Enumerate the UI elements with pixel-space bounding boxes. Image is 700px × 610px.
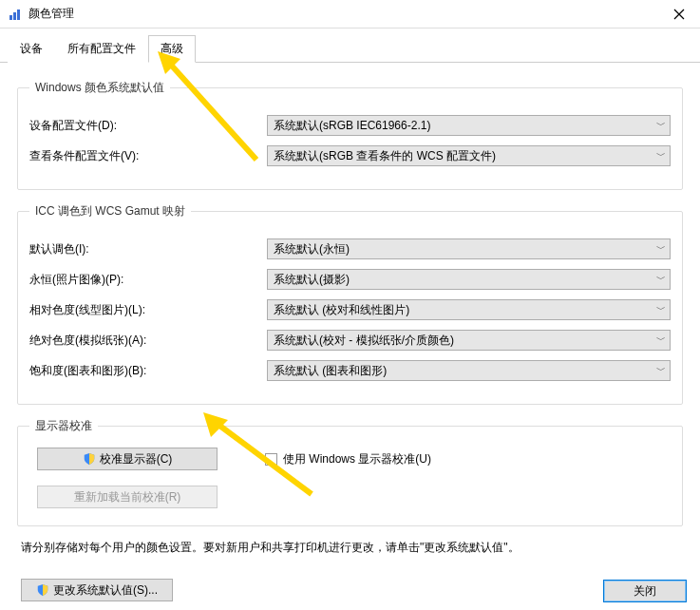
chevron-down-icon: ﹀ bbox=[656, 303, 666, 316]
dialog-footer: 关闭 bbox=[603, 580, 687, 602]
tab-all-profiles[interactable]: 所有配置文件 bbox=[55, 35, 148, 63]
svg-rect-1 bbox=[13, 12, 16, 20]
calibrate-display-label: 校准显示器(C) bbox=[100, 451, 173, 467]
absolute-colorimetric-value: 系统默认(校对 - 模拟纸张/介质颜色) bbox=[274, 333, 454, 349]
group-calibration-legend: 显示器校准 bbox=[29, 418, 98, 434]
saturation-dropdown[interactable]: 系统默认 (图表和图形) ﹀ bbox=[267, 360, 671, 381]
chevron-down-icon: ﹀ bbox=[656, 334, 666, 347]
group-windows-defaults: Windows 颜色系统默认值 设备配置文件(D): 系统默认(sRGB IEC… bbox=[17, 80, 683, 190]
close-button[interactable]: 关闭 bbox=[603, 580, 687, 602]
shield-icon bbox=[36, 583, 49, 597]
app-icon bbox=[8, 7, 23, 22]
window-title: 颜色管理 bbox=[28, 6, 74, 22]
viewing-conditions-dropdown[interactable]: 系统默认(sRGB 查看条件的 WCS 配置文件) ﹀ bbox=[267, 145, 671, 166]
device-profile-label: 设备配置文件(D): bbox=[29, 118, 267, 134]
group-windows-defaults-legend: Windows 颜色系统默认值 bbox=[29, 80, 170, 96]
absolute-colorimetric-label: 绝对色度(模拟纸张)(A): bbox=[29, 333, 267, 349]
device-profile-dropdown[interactable]: 系统默认(sRGB IEC61966-2.1) ﹀ bbox=[267, 115, 671, 136]
chevron-down-icon: ﹀ bbox=[656, 119, 666, 132]
tab-advanced[interactable]: 高级 bbox=[148, 35, 196, 63]
svg-rect-0 bbox=[9, 15, 12, 20]
checkbox-box-icon bbox=[265, 453, 277, 466]
reload-calibration-label: 重新加载当前校准(R) bbox=[74, 489, 181, 505]
perceptual-dropdown[interactable]: 系统默认(摄影) ﹀ bbox=[267, 269, 671, 290]
saturation-value: 系统默认 (图表和图形) bbox=[274, 363, 387, 379]
advanced-panel: Windows 颜色系统默认值 设备配置文件(D): 系统默认(sRGB IEC… bbox=[0, 63, 700, 610]
shield-icon bbox=[83, 452, 96, 466]
viewing-conditions-label: 查看条件配置文件(V): bbox=[29, 148, 267, 164]
viewing-conditions-value: 系统默认(sRGB 查看条件的 WCS 配置文件) bbox=[274, 148, 496, 164]
default-rendering-dropdown[interactable]: 系统默认(永恒) ﹀ bbox=[267, 238, 671, 259]
svg-rect-2 bbox=[17, 10, 20, 20]
perceptual-label: 永恒(照片图像)(P): bbox=[29, 272, 267, 288]
saturation-label: 饱和度(图表和图形)(B): bbox=[29, 363, 267, 379]
reload-calibration-button: 重新加载当前校准(R) bbox=[37, 486, 218, 508]
calibrate-display-button[interactable]: 校准显示器(C) bbox=[37, 448, 218, 470]
relative-colorimetric-value: 系统默认 (校对和线性图片) bbox=[274, 302, 409, 318]
default-rendering-value: 系统默认(永恒) bbox=[274, 241, 350, 257]
chevron-down-icon: ﹀ bbox=[656, 364, 666, 377]
change-system-defaults-button[interactable]: 更改系统默认值(S)... bbox=[21, 579, 173, 601]
default-rendering-label: 默认调色(I): bbox=[29, 241, 267, 257]
group-display-calibration: 显示器校准 校准显示器(C) 使用 Windows 显示器校准(U) 重新加载当… bbox=[17, 418, 683, 526]
absolute-colorimetric-dropdown[interactable]: 系统默认(校对 - 模拟纸张/介质颜色) ﹀ bbox=[267, 330, 671, 351]
relative-colorimetric-dropdown[interactable]: 系统默认 (校对和线性图片) ﹀ bbox=[267, 299, 671, 320]
chevron-down-icon: ﹀ bbox=[656, 149, 666, 162]
use-windows-calibration-checkbox[interactable]: 使用 Windows 显示器校准(U) bbox=[265, 451, 431, 467]
chevron-down-icon: ﹀ bbox=[656, 273, 666, 286]
group-gamut-mapping: ICC 调色到 WCS Gamut 映射 默认调色(I): 系统默认(永恒) ﹀… bbox=[17, 203, 683, 405]
close-window-button[interactable] bbox=[657, 0, 700, 29]
change-system-defaults-label: 更改系统默认值(S)... bbox=[53, 582, 158, 599]
use-windows-calibration-label: 使用 Windows 显示器校准(U) bbox=[283, 451, 431, 467]
tab-device[interactable]: 设备 bbox=[8, 35, 55, 63]
device-profile-value: 系统默认(sRGB IEC61966-2.1) bbox=[274, 118, 430, 134]
system-defaults-hint: 请分别存储对每个用户的颜色设置。要对新用户和共享打印机进行更改，请单击"更改系统… bbox=[21, 540, 683, 556]
close-button-label: 关闭 bbox=[634, 583, 656, 600]
group-gamut-legend: ICC 调色到 WCS Gamut 映射 bbox=[29, 203, 191, 219]
tab-strip: 设备 所有配置文件 高级 bbox=[0, 34, 700, 63]
perceptual-value: 系统默认(摄影) bbox=[274, 272, 350, 288]
titlebar: 颜色管理 bbox=[0, 0, 700, 29]
relative-colorimetric-label: 相对色度(线型图片)(L): bbox=[29, 302, 267, 318]
chevron-down-icon: ﹀ bbox=[656, 242, 666, 256]
